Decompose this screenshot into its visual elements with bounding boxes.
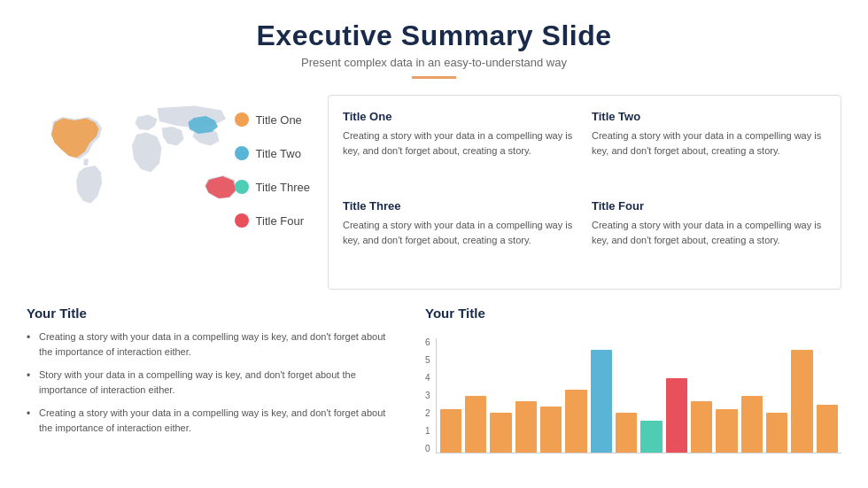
page-title: Executive Summary Slide xyxy=(0,19,868,52)
y-label-0: 0 xyxy=(425,445,430,453)
chart-title: Your Title xyxy=(425,306,841,321)
chart-bar-7 xyxy=(616,413,637,453)
chart-bar-6 xyxy=(591,350,612,453)
chart-bar-5 xyxy=(565,390,586,453)
chart-bar-3 xyxy=(515,401,537,453)
legend-dot-three xyxy=(235,180,249,194)
chart-section: Your Title 0 1 2 3 4 5 6 xyxy=(425,306,841,462)
info-card-two-text: Creating a story with your data in a com… xyxy=(592,128,826,158)
chart-bar-0 xyxy=(440,409,461,453)
y-label-3: 3 xyxy=(425,391,430,400)
bullet-item-2: Story with your data in a compelling way… xyxy=(27,368,399,397)
legend-item-four: Title Four xyxy=(235,213,310,228)
chart-bar-8 xyxy=(640,421,662,453)
chart-bar-2 xyxy=(490,413,511,453)
chart-bar-9 xyxy=(666,378,687,453)
legend-label-one: Title One xyxy=(256,113,302,127)
chart-bar-1 xyxy=(465,396,486,453)
header-divider xyxy=(412,76,456,79)
info-card-two-title: Title Two xyxy=(592,110,826,123)
y-label-2: 2 xyxy=(425,409,430,418)
legend-dot-one xyxy=(235,112,249,127)
legend-label-three: Title Three xyxy=(256,181,310,194)
chart-bar-13 xyxy=(766,413,787,453)
info-card-one-text: Creating a story with your data in a com… xyxy=(343,128,577,158)
y-label-6: 6 xyxy=(425,338,430,347)
legend-item-one: Title One xyxy=(235,112,310,127)
bullet-list: Creating a story with your data in a com… xyxy=(27,329,399,435)
info-cards-grid: Title One Creating a story with your dat… xyxy=(328,95,841,290)
map-section: Title One Title Two Title Three Title Fo… xyxy=(27,95,310,290)
bullet-item-1: Creating a story with your data in a com… xyxy=(27,329,399,359)
info-card-four-title: Title Four xyxy=(592,199,826,213)
info-card-one-title: Title One xyxy=(343,110,577,123)
chart-bar-15 xyxy=(817,405,838,453)
legend-item-three: Title Three xyxy=(235,180,310,194)
chart-bar-14 xyxy=(791,350,812,453)
info-card-two: Title Two Creating a story with your dat… xyxy=(592,110,826,185)
bullet-section-title: Your Title xyxy=(27,306,399,321)
map-legend: Title One Title Two Title Three Title Fo… xyxy=(235,112,310,228)
chart-bar-12 xyxy=(741,396,763,453)
page-subtitle: Present complex data in an easy-to-under… xyxy=(0,56,868,69)
y-label-1: 1 xyxy=(425,427,430,436)
legend-label-four: Title Four xyxy=(256,214,304,228)
info-card-three-text: Creating a story with your data in a com… xyxy=(343,218,577,247)
info-card-four: Title Four Creating a story with your da… xyxy=(592,199,826,275)
info-card-three: Title Three Creating a story with your d… xyxy=(343,199,577,275)
chart-bars xyxy=(436,338,841,453)
chart-y-axis: 0 1 2 3 4 5 6 xyxy=(425,338,430,453)
y-label-5: 5 xyxy=(425,356,430,365)
chart-bar-4 xyxy=(540,407,562,453)
page-header: Executive Summary Slide Present complex … xyxy=(0,0,868,86)
main-content: Title One Title Two Title Three Title Fo… xyxy=(0,86,868,298)
info-card-four-text: Creating a story with your data in a com… xyxy=(592,218,826,247)
info-card-three-title: Title Three xyxy=(343,199,577,213)
chart-bar-11 xyxy=(716,409,737,453)
chart-wrapper: 0 1 2 3 4 5 6 xyxy=(425,329,841,453)
legend-item-two: Title Two xyxy=(235,146,310,160)
bullet-item-3: Creating a story with your data in a com… xyxy=(27,406,399,435)
legend-dot-four xyxy=(235,213,249,228)
bullet-section: Your Title Creating a story with your da… xyxy=(27,306,399,462)
chart-bar-10 xyxy=(691,401,712,453)
bottom-content: Your Title Creating a story with your da… xyxy=(0,298,868,471)
y-label-4: 4 xyxy=(425,374,430,383)
legend-label-two: Title Two xyxy=(256,147,301,160)
legend-dot-two xyxy=(235,146,249,160)
info-card-one: Title One Creating a story with your dat… xyxy=(343,110,577,185)
